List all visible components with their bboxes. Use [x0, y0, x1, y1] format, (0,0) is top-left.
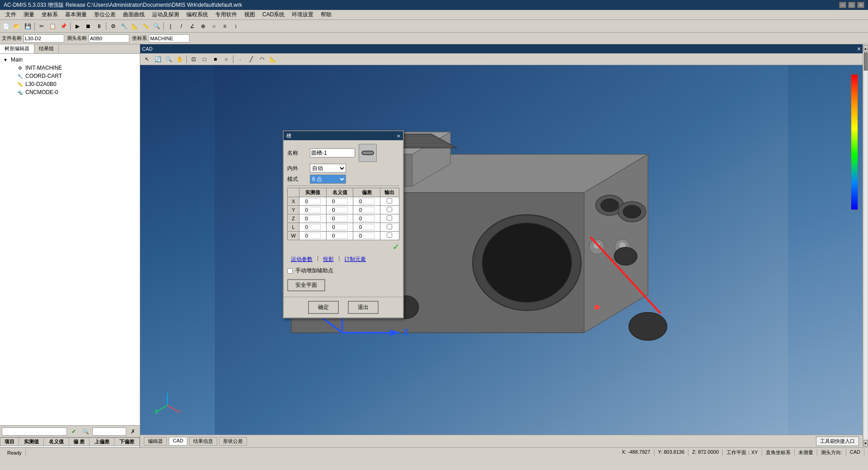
search-num-input[interactable]	[92, 427, 126, 436]
menu-tolerance[interactable]: 形位公差	[90, 10, 119, 19]
z-output-checkbox[interactable]	[387, 215, 392, 221]
menu-basic-measure[interactable]: 基本测量	[62, 10, 90, 19]
inner-outer-select[interactable]: 自动 内 外	[310, 164, 346, 173]
menu-file[interactable]: 文件	[2, 10, 20, 19]
tb-c7[interactable]: ↕	[231, 21, 241, 31]
y-nominal-input[interactable]	[332, 207, 348, 213]
custom-element-tab[interactable]: 订制元素	[341, 255, 370, 264]
tree-item-init[interactable]: ⚙ INIT-MACHINE	[2, 64, 138, 72]
tb-new[interactable]: 📄	[1, 21, 11, 31]
manual-add-checkbox[interactable]	[287, 268, 293, 274]
slot-dialog-title[interactable]: 槽 ×	[284, 131, 403, 140]
l-actual-input[interactable]	[305, 224, 321, 230]
tb-c3[interactable]: ∠	[187, 21, 197, 31]
motion-params-tab[interactable]: 运动参数	[287, 255, 316, 264]
tb-b1[interactable]: ⚙	[108, 21, 118, 31]
search-clear-button[interactable]: ✗	[128, 427, 138, 437]
scroll-thumb[interactable]	[864, 52, 868, 71]
tb-c6[interactable]: ≡	[220, 21, 230, 31]
cad-tb-zoom[interactable]: 🔍	[164, 54, 174, 64]
tb-c1[interactable]: |	[166, 21, 175, 31]
menu-motion[interactable]: 运动及探测	[148, 10, 183, 19]
w-output-checkbox[interactable]	[387, 233, 392, 238]
cad-tb-point[interactable]: ·	[235, 54, 245, 64]
menu-help[interactable]: 帮助	[317, 10, 335, 19]
cad-tb-wire[interactable]: □	[199, 54, 209, 64]
tb-c2[interactable]: /	[176, 21, 186, 31]
cad-tb-solid[interactable]: ■	[210, 54, 220, 64]
menu-measure[interactable]: 测量	[20, 10, 38, 19]
cad-tb-pan[interactable]: ✋	[175, 54, 185, 64]
toolbox-shortcut-button[interactable]: 工具箱快捷入口	[816, 437, 859, 446]
x-nominal-input[interactable]	[332, 198, 348, 204]
tb-save[interactable]: 💾	[23, 21, 33, 31]
z-nominal-input[interactable]	[332, 215, 348, 222]
l-nominal-input[interactable]	[332, 224, 348, 230]
scroll-up-button[interactable]: ▲	[863, 45, 868, 52]
cad-tb-fit[interactable]: ⊡	[189, 54, 199, 64]
search-input[interactable]	[2, 427, 67, 436]
x-deviation-input[interactable]	[359, 198, 375, 204]
cancel-button[interactable]: 退出	[348, 301, 379, 314]
z-deviation-input[interactable]	[359, 215, 375, 222]
search-icon-button[interactable]: 🔍	[81, 427, 90, 437]
x-output-checkbox[interactable]	[387, 198, 392, 204]
tb-stop[interactable]: ⏹	[83, 21, 93, 31]
cad-close-button[interactable]: ×	[857, 45, 861, 52]
tb-cut[interactable]: ✂	[37, 21, 47, 31]
l-output-checkbox[interactable]	[387, 224, 392, 229]
slot-dialog-close-button[interactable]: ×	[397, 133, 400, 139]
cad-tb-arc[interactable]: ◠	[257, 54, 267, 64]
safety-plane-button[interactable]: 安全平面	[287, 279, 325, 291]
cad-tb-circle[interactable]: ○	[221, 54, 231, 64]
bottom-tab-cad[interactable]: CAD	[169, 437, 187, 446]
tab-result-group[interactable]: 结果组	[34, 44, 59, 53]
close-button[interactable]: ×	[857, 2, 864, 8]
cad-tb-line[interactable]: ╱	[246, 54, 256, 64]
tb-c5[interactable]: ○	[209, 21, 219, 31]
tree-item-l30[interactable]: 📏 L30-D2A0B0	[2, 80, 138, 88]
bottom-tab-tolerance[interactable]: 形状公差	[219, 437, 247, 446]
tree-item-coord[interactable]: 🔧 COORD-CART	[2, 72, 138, 80]
tree-item-main[interactable]: ▼ Main	[2, 56, 138, 64]
tb-b5[interactable]: 🔍	[152, 21, 161, 31]
menu-curve[interactable]: 曲面曲线	[119, 10, 148, 19]
probe-input[interactable]	[89, 34, 129, 43]
tb-run[interactable]: ▶	[72, 21, 82, 31]
tb-b4[interactable]: 📏	[141, 21, 151, 31]
tb-copy[interactable]: 📋	[47, 21, 57, 31]
right-scrollbar[interactable]: ▲ ▼	[863, 44, 868, 447]
y-output-checkbox[interactable]	[387, 207, 392, 212]
bottom-tab-editor[interactable]: 编辑器	[144, 437, 167, 446]
confirm-button[interactable]: 确定	[308, 301, 339, 314]
cad-tb-measure[interactable]: 📐	[268, 54, 278, 64]
z-actual-input[interactable]	[305, 215, 321, 222]
menu-cad[interactable]: CAD系统	[259, 10, 288, 19]
menu-coord[interactable]: 坐标系	[38, 10, 62, 19]
y-actual-input[interactable]	[305, 207, 321, 213]
x-actual-input[interactable]	[305, 198, 321, 204]
mode-select[interactable]: 4 点 5 点 6 点 8 点	[310, 175, 346, 184]
menu-env[interactable]: 环境设置	[288, 10, 317, 19]
projection-tab[interactable]: 投影	[319, 255, 337, 264]
menu-view[interactable]: 视图	[241, 10, 259, 19]
tree-item-cnc[interactable]: 🔩 CNCMODE-0	[2, 88, 138, 96]
cad-tb-select[interactable]: ↖	[142, 54, 152, 64]
tb-c4[interactable]: ⊕	[198, 21, 208, 31]
tb-open[interactable]: 📂	[12, 21, 22, 31]
filename-input[interactable]	[24, 34, 64, 43]
minimize-button[interactable]: ─	[839, 2, 846, 8]
tb-paste[interactable]: 📌	[58, 21, 68, 31]
cad-tb-rotate[interactable]: 🔄	[153, 54, 163, 64]
w-actual-input[interactable]	[305, 233, 321, 239]
w-deviation-input[interactable]	[359, 233, 375, 239]
tb-pause[interactable]: ⏸	[94, 21, 104, 31]
bottom-tab-results[interactable]: 结果信息	[189, 437, 217, 446]
confirm-check-icon[interactable]: ✓	[393, 242, 399, 252]
scroll-down-button[interactable]: ▼	[863, 440, 868, 446]
tab-tree-editor[interactable]: 树形编辑器	[0, 44, 34, 53]
w-nominal-input[interactable]	[332, 233, 348, 239]
l-deviation-input[interactable]	[359, 224, 375, 230]
name-input[interactable]	[310, 148, 355, 157]
tree-container[interactable]: ▼ Main ⚙ INIT-MACHINE 🔧 COORD-CART 📏 L30…	[0, 54, 140, 425]
